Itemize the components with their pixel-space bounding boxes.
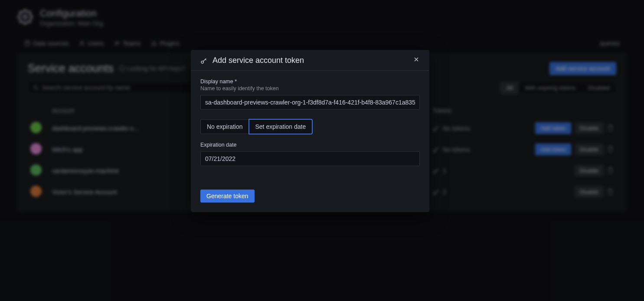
add-token-modal: Add service account token Display name *… — [191, 50, 429, 212]
generate-token-button[interactable]: Generate token — [200, 190, 255, 203]
no-expiration-option[interactable]: No expiration — [200, 119, 249, 134]
close-button[interactable] — [413, 56, 420, 65]
key-icon — [200, 57, 207, 64]
expiration-date-input[interactable] — [200, 151, 420, 166]
svg-point-11 — [201, 61, 203, 63]
display-name-input[interactable] — [200, 95, 420, 110]
display-name-label: Display name * — [200, 79, 420, 85]
modal-title: Add service account token — [212, 56, 304, 65]
set-expiration-option[interactable]: Set expiration date — [249, 119, 313, 134]
expiration-date-label: Expiration date — [200, 142, 420, 148]
display-name-help: Name to easily identify the token — [200, 85, 420, 92]
